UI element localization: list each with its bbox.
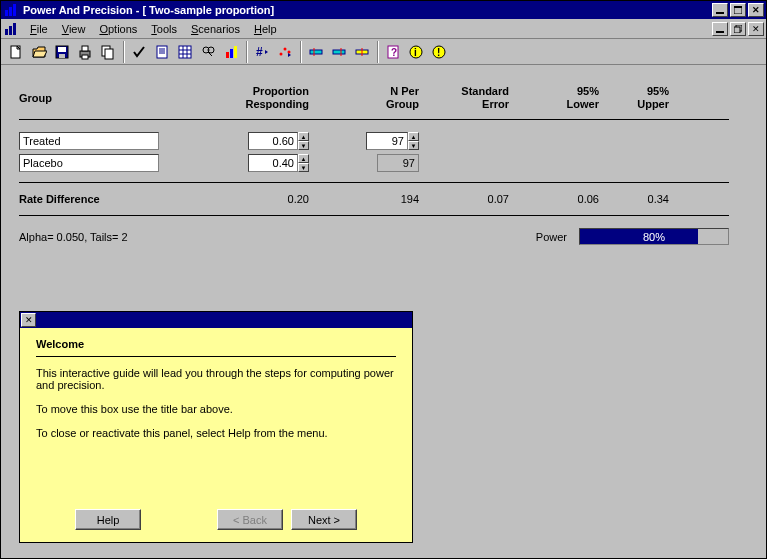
summary-row: Rate Difference 0.20 194 0.07 0.06 0.34: [19, 183, 729, 216]
close-button[interactable]: ✕: [748, 3, 764, 17]
range2-icon[interactable]: [328, 41, 350, 63]
range3-icon[interactable]: [351, 41, 373, 63]
welcome-close-button[interactable]: ✕: [21, 313, 36, 327]
hash-icon[interactable]: #: [251, 41, 273, 63]
n-input[interactable]: [366, 132, 408, 150]
maximize-button[interactable]: [730, 3, 746, 17]
svg-rect-23: [105, 49, 113, 59]
welcome-titlebar[interactable]: ✕: [20, 312, 412, 328]
col-lower: 95%Lower: [509, 85, 599, 111]
svg-rect-36: [226, 52, 229, 58]
svg-rect-24: [157, 46, 167, 58]
welcome-text: This interactive guide will lead you thr…: [36, 367, 396, 391]
table-row: ▲▼ ▲▼: [19, 130, 729, 152]
table-row: ▲▼: [19, 152, 729, 174]
svg-rect-20: [82, 46, 88, 51]
alert-icon[interactable]: !: [428, 41, 450, 63]
save-icon[interactable]: [51, 41, 73, 63]
mdi-icon[interactable]: [3, 21, 19, 37]
svg-rect-1: [9, 7, 12, 16]
proportion-input[interactable]: [248, 132, 298, 150]
menu-help[interactable]: Help: [247, 21, 284, 37]
window-title: Power And Precision - [ Two-sample propo…: [23, 4, 710, 16]
svg-marker-15: [33, 51, 47, 57]
svg-rect-45: [310, 50, 322, 54]
help-button[interactable]: Help: [75, 509, 141, 530]
summary-se: 0.07: [419, 193, 509, 205]
menu-file[interactable]: File: [23, 21, 55, 37]
check-icon[interactable]: [128, 41, 150, 63]
svg-rect-7: [9, 26, 12, 35]
summary-up: 0.34: [599, 193, 669, 205]
power-value: 80%: [580, 229, 728, 244]
svg-rect-47: [333, 50, 345, 54]
col-proportion: ProportionResponding: [179, 85, 309, 111]
summary-low: 0.06: [509, 193, 599, 205]
group-name-input[interactable]: [19, 154, 159, 172]
svg-rect-21: [82, 55, 88, 59]
col-upper: 95%Upper: [599, 85, 669, 111]
welcome-text: To move this box use the title bar above…: [36, 403, 396, 415]
summary-diff: 0.20: [179, 193, 309, 205]
menu-options[interactable]: Options: [92, 21, 144, 37]
menu-view[interactable]: View: [55, 21, 93, 37]
find-icon[interactable]: [197, 41, 219, 63]
svg-text:!: !: [437, 47, 440, 58]
svg-rect-9: [716, 31, 724, 33]
table-icon[interactable]: [174, 41, 196, 63]
toolbar: # ? i !: [1, 39, 766, 65]
mdi-minimize-button[interactable]: [712, 22, 728, 36]
n-readonly: [377, 154, 419, 172]
next-button[interactable]: Next >: [291, 509, 357, 530]
range1-icon[interactable]: [305, 41, 327, 63]
proportion-spinner[interactable]: ▲▼: [298, 132, 309, 150]
mdi-close-button[interactable]: ✕: [748, 22, 764, 36]
help-icon[interactable]: ?: [382, 41, 404, 63]
power-label: Power: [536, 231, 567, 243]
summary-label: Rate Difference: [19, 193, 179, 205]
svg-rect-0: [5, 10, 8, 16]
col-se: StandardError: [419, 85, 509, 111]
chart-icon[interactable]: [220, 41, 242, 63]
title-bar[interactable]: Power And Precision - [ Two-sample propo…: [1, 1, 766, 19]
svg-rect-17: [58, 47, 66, 52]
menu-scenarios[interactable]: Scenarios: [184, 21, 247, 37]
svg-rect-18: [59, 54, 65, 58]
print-icon[interactable]: [74, 41, 96, 63]
welcome-text: To close or reactivate this panel, selec…: [36, 427, 396, 439]
report-icon[interactable]: [151, 41, 173, 63]
proportion-spinner[interactable]: ▲▼: [298, 154, 309, 172]
svg-point-43: [288, 50, 291, 53]
info-icon[interactable]: i: [405, 41, 427, 63]
open-icon[interactable]: [28, 41, 50, 63]
svg-rect-5: [734, 6, 742, 8]
app-icon: [3, 2, 19, 18]
svg-text:?: ?: [391, 47, 397, 58]
copy-icon[interactable]: [97, 41, 119, 63]
minimize-button[interactable]: [712, 3, 728, 17]
proportion-input[interactable]: [248, 154, 298, 172]
scatter-icon[interactable]: [274, 41, 296, 63]
client-area: Group ProportionResponding N PerGroup St…: [1, 65, 766, 558]
svg-point-42: [284, 47, 287, 50]
col-nper: N PerGroup: [309, 85, 419, 111]
power-bar: 80%: [579, 228, 729, 245]
svg-rect-2: [13, 4, 16, 16]
back-button: < Back: [217, 509, 283, 530]
mdi-restore-button[interactable]: [730, 22, 746, 36]
welcome-title: Welcome: [36, 338, 396, 357]
svg-rect-3: [716, 12, 724, 14]
svg-rect-38: [234, 46, 237, 58]
svg-rect-28: [179, 46, 191, 58]
n-spinner[interactable]: ▲▼: [408, 132, 419, 150]
svg-text:#: #: [256, 45, 263, 59]
svg-rect-8: [13, 23, 16, 35]
app-window: Power And Precision - [ Two-sample propo…: [0, 0, 767, 559]
new-icon[interactable]: [5, 41, 27, 63]
svg-rect-11: [734, 27, 740, 33]
svg-marker-40: [265, 50, 268, 54]
menu-tools[interactable]: Tools: [144, 21, 184, 37]
group-name-input[interactable]: [19, 132, 159, 150]
svg-rect-37: [230, 49, 233, 58]
svg-point-41: [280, 52, 283, 55]
